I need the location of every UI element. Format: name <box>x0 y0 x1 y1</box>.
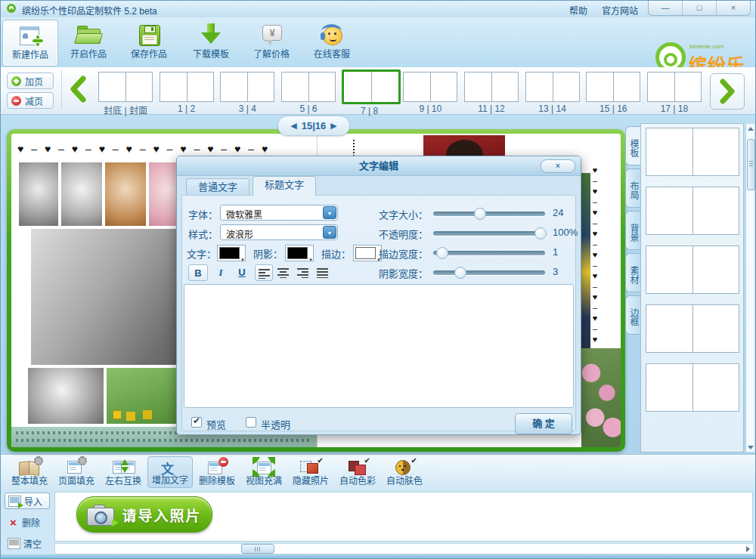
bold-button[interactable]: B <box>188 264 208 281</box>
text-color-swatch[interactable]: ▼ <box>217 245 246 261</box>
import-photos-button[interactable]: 导入 <box>5 493 50 509</box>
tool-add-text[interactable]: 文 增加文字 <box>147 456 193 488</box>
page-thumbnail-1[interactable]: 1 | 2 <box>159 72 215 111</box>
price-info-button[interactable]: ¥ 了解价格 <box>244 20 299 65</box>
shadow-color-swatch[interactable]: ▼ <box>285 245 314 261</box>
help-link[interactable]: 帮助 <box>569 4 587 17</box>
tool-fill-page[interactable]: 页面填充 <box>54 456 99 488</box>
slider-track[interactable] <box>433 270 545 275</box>
sidebar-tab-2[interactable]: 背景 <box>625 211 640 250</box>
ok-button[interactable]: 确 定 <box>515 413 572 434</box>
template-thumbnail[interactable] <box>646 128 739 176</box>
preview-checkbox[interactable]: ✔ <box>191 417 202 428</box>
tool-auto-skin[interactable]: ✔ 自动肤色 <box>382 456 427 488</box>
toolbar-label: 在线客服 <box>305 47 359 60</box>
page-thumbnail-6[interactable]: 11 | 12 <box>463 72 519 111</box>
slider-thumb[interactable] <box>454 267 466 279</box>
align-center-icon <box>277 267 290 278</box>
page-thumbnail-3[interactable]: 5 | 6 <box>280 72 336 111</box>
dropdown-icon[interactable]: ▼ <box>323 226 336 239</box>
page-thumbnail-4[interactable]: 7 | 8 <box>342 72 398 111</box>
dialog-tab-1[interactable]: 标题文字 <box>253 176 316 196</box>
add-page-button[interactable]: 加页 <box>7 73 54 89</box>
page-thumbnail-spread <box>647 72 702 102</box>
slider-thumb[interactable] <box>534 227 547 239</box>
prev-pages-button[interactable] <box>67 75 88 107</box>
scroll-down-button[interactable] <box>746 443 754 452</box>
sidebar-tab-1[interactable]: 布局 <box>625 168 640 208</box>
open-work-button[interactable]: 开启作品 <box>61 20 116 65</box>
sidebar-tab-0[interactable]: 模板 <box>625 126 640 165</box>
maximize-button[interactable]: □ <box>682 1 716 15</box>
page-thumbnail-9[interactable]: 17 | 18 <box>646 72 702 111</box>
scroll-right-button[interactable] <box>743 544 752 554</box>
tool-swap-pages[interactable]: 左右互换 <box>101 456 146 488</box>
align-right-button[interactable] <box>294 264 312 281</box>
sidebar-scrollbar-handle[interactable] <box>747 139 755 190</box>
clear-icon <box>8 538 20 549</box>
slider-track[interactable] <box>433 251 545 255</box>
photo-baby-smiling[interactable] <box>28 368 104 424</box>
sidebar-tabs: 模板布局背景素材边框 <box>625 126 641 338</box>
template-thumbnail[interactable] <box>646 363 739 412</box>
customer-service-button[interactable]: 在线客服 <box>305 20 359 65</box>
dialog-tab-0[interactable]: 普通文字 <box>186 178 249 196</box>
scroll-up-button[interactable] <box>746 124 754 133</box>
save-work-button[interactable]: 保存作品 <box>122 20 176 65</box>
align-justify-button[interactable] <box>314 264 332 281</box>
sidebar-tab-4[interactable]: 边框 <box>625 295 640 335</box>
template-thumbnail[interactable] <box>646 187 739 235</box>
page-thumbnail-7[interactable]: 13 | 14 <box>525 72 581 111</box>
sidebar-scrollbar[interactable] <box>745 123 755 452</box>
remove-page-button[interactable]: 减页 <box>7 92 54 109</box>
delete-photo-button[interactable]: × 删除 <box>5 514 50 530</box>
minimize-button[interactable]: — <box>649 1 682 15</box>
slider-thumb[interactable] <box>436 247 448 259</box>
slider-row: 描边宽度：1 <box>376 243 578 261</box>
page-thumbnail-2[interactable]: 3 | 4 <box>219 72 275 111</box>
website-link[interactable]: 官方网站 <box>602 4 638 17</box>
import-photos-big-button[interactable]: 请导入照片 <box>76 496 212 533</box>
italic-button[interactable]: I <box>211 264 231 281</box>
tool-hide-photo[interactable]: ✔ 隐藏照片 <box>288 456 333 488</box>
slider-track[interactable] <box>433 212 545 216</box>
horizontal-scrollbar-handle[interactable] <box>241 544 274 554</box>
text-edit-dialog: 文字编辑 × 普通文字标题文字 字体： 微软雅黑 ▼ 样式： 波浪形 ▼ 文字：… <box>176 156 581 435</box>
tool-delete-template[interactable]: 删除模板 <box>194 456 240 488</box>
sidebar-tab-3[interactable]: 素材 <box>625 253 640 292</box>
tool-fill-book[interactable]: 整本填充 <box>7 456 52 488</box>
photo-baby-3[interactable] <box>105 162 146 226</box>
template-thumbnail[interactable] <box>646 246 739 294</box>
tool-fit-view[interactable]: 视图充满 <box>241 456 287 488</box>
chevron-right-icon <box>717 79 737 104</box>
slider-label: 阴影宽度： <box>379 266 428 280</box>
tool-auto-color[interactable]: ✔ 自动色彩 <box>335 456 380 488</box>
translucent-checkbox[interactable]: ✔ <box>246 417 256 428</box>
photo-flowers[interactable] <box>581 348 621 447</box>
template-thumbnail[interactable] <box>646 304 739 353</box>
photo-baby-1[interactable] <box>19 162 58 226</box>
font-select[interactable]: 微软雅黑 ▼ <box>220 205 338 221</box>
page-thumbnail-8[interactable]: 15 | 16 <box>585 72 641 111</box>
new-work-button[interactable]: 新建作品 <box>2 20 58 66</box>
clear-photos-button[interactable]: 清空 <box>5 535 50 551</box>
next-pages-button[interactable] <box>710 73 745 110</box>
horizontal-scrollbar[interactable] <box>54 543 754 554</box>
page-thumbnail-0[interactable]: 封底 | 封面 <box>98 72 153 111</box>
prev-spread-icon[interactable]: ◀ <box>290 122 296 130</box>
align-left-button[interactable] <box>255 264 273 281</box>
dialog-close-button[interactable]: × <box>541 159 575 173</box>
page-thumbnail-5[interactable]: 9 | 10 <box>402 72 458 111</box>
dialog-titlebar[interactable]: 文字编辑 × <box>177 156 581 176</box>
slider-track[interactable] <box>433 231 545 236</box>
underline-button[interactable]: U <box>232 264 252 281</box>
close-button[interactable]: × <box>716 1 750 15</box>
next-spread-icon[interactable]: ▶ <box>330 122 336 130</box>
text-input[interactable] <box>184 284 574 408</box>
slider-thumb[interactable] <box>474 208 486 220</box>
dropdown-icon[interactable]: ▼ <box>323 206 336 219</box>
photo-baby-2[interactable] <box>61 162 102 226</box>
style-select[interactable]: 波浪形 ▼ <box>220 224 338 240</box>
align-center-button[interactable] <box>274 264 293 281</box>
download-template-button[interactable]: 下载模板 <box>184 20 238 65</box>
